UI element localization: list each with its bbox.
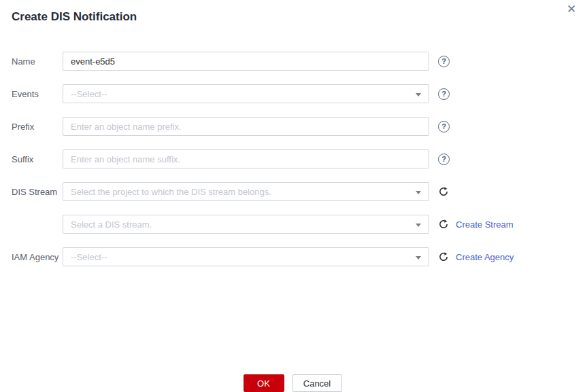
refresh-icon[interactable] [438,219,449,230]
dis-project-suffix [438,186,449,197]
cancel-button[interactable]: Cancel [292,374,342,392]
form-row-iam-agency: IAM Agency --Select-- Create Agency [12,247,514,266]
close-icon[interactable]: ✕ [563,1,580,18]
create-dis-notification-dialog: Create DIS Notification ✕ Name ? Events … [0,0,585,392]
help-icon[interactable]: ? [438,88,450,100]
dialog-title: Create DIS Notification [12,10,137,24]
dis-stream-suffix: Create Stream [438,219,514,230]
name-field-wrap [63,52,429,71]
prefix-field-wrap [63,117,429,136]
events-select[interactable]: --Select-- [63,84,429,103]
refresh-icon[interactable] [438,251,449,262]
dis-project-select[interactable]: Select the project to which the DIS stre… [63,182,429,201]
suffix-suffix: ? [438,154,450,165]
iam-agency-suffix: Create Agency [438,251,514,262]
help-icon[interactable]: ? [438,56,450,67]
name-input[interactable] [63,52,429,70]
form-row-suffix: Suffix ? [12,149,514,168]
form-row-dis-project: DIS Stream Select the project to which t… [12,182,514,201]
refresh-icon[interactable] [438,186,449,197]
dis-notification-form: Name ? Events --Select-- ? Prefix [12,52,514,280]
events-label: Events [12,89,63,99]
create-agency-link[interactable]: Create Agency [456,252,514,262]
prefix-label: Prefix [12,122,63,132]
name-label: Name [12,56,63,67]
events-suffix: ? [438,88,450,100]
form-row-name: Name ? [12,52,514,71]
chevron-down-icon [416,256,421,260]
suffix-input[interactable] [63,150,429,168]
ok-button[interactable]: OK [244,374,284,392]
chevron-down-icon [416,93,421,96]
dis-project-select-placeholder: Select the project to which the DIS stre… [63,187,289,197]
create-stream-link[interactable]: Create Stream [456,219,514,230]
form-row-events: Events --Select-- ? [12,84,514,103]
chevron-down-icon [416,191,421,194]
dis-stream-select-placeholder: Select a DIS stream. [63,219,169,230]
iam-agency-select[interactable]: --Select-- [63,247,429,266]
prefix-input[interactable] [63,118,429,135]
help-icon[interactable]: ? [438,154,450,165]
iam-agency-select-placeholder: --Select-- [63,252,124,262]
form-row-prefix: Prefix ? [12,117,514,136]
iam-agency-label: IAM Agency [12,252,63,262]
chevron-down-icon [416,224,421,227]
suffix-field-wrap [63,149,429,168]
events-select-placeholder: --Select-- [63,89,124,99]
suffix-label: Suffix [12,154,63,164]
name-suffix: ? [438,56,450,67]
help-icon[interactable]: ? [438,121,450,132]
dialog-footer: OK Cancel [0,374,585,392]
dis-stream-label: DIS Stream [12,187,63,197]
dis-stream-select[interactable]: Select a DIS stream. [63,215,429,234]
prefix-suffix: ? [438,121,450,132]
form-row-dis-stream: Select a DIS stream. Create Stream [12,215,514,234]
